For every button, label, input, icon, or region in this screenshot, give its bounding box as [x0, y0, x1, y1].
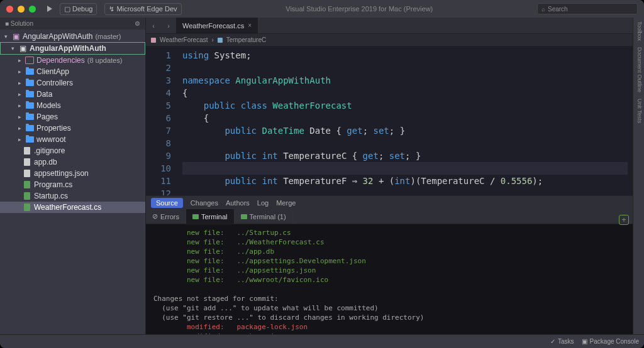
line-gutter: 123456789101112 — [146, 46, 177, 195]
folder-node[interactable]: ▸Properties — [0, 122, 145, 134]
folder-node[interactable]: ▸ClientApp — [0, 66, 145, 77]
panel-tabs: ⊘ ErrorsTerminalTerminal (1) — [146, 209, 633, 224]
source-tab-authors[interactable]: Authors — [226, 199, 250, 207]
close-icon[interactable] — [6, 6, 13, 13]
status-bar: ✓ Tasks ▣ Package Console — [0, 334, 644, 348]
tab-next[interactable]: › — [161, 18, 176, 33]
run-button[interactable] — [47, 6, 52, 12]
editor-tabs: ‹ › WeatherForecast.cs× — [146, 18, 633, 34]
property-icon — [218, 38, 223, 43]
tab-weatherforecast[interactable]: WeatherForecast.cs× — [176, 18, 258, 33]
dependencies-node[interactable]: ▸ Dependencies (8 updates) — [0, 55, 145, 66]
rail-tab[interactable]: Document Outline — [635, 47, 643, 92]
source-tab-changes[interactable]: Changes — [191, 199, 218, 207]
folder-node[interactable]: ▸wwwroot — [0, 134, 145, 145]
source-tab-source[interactable]: Source — [151, 198, 183, 208]
close-icon[interactable]: × — [248, 22, 252, 29]
config-debug[interactable]: ▢ Debug — [60, 3, 97, 15]
minimize-icon[interactable] — [18, 6, 25, 13]
breadcrumb[interactable]: WeatherForecast › TemperatureC — [146, 34, 633, 46]
folder-node[interactable]: ▸Models — [0, 100, 145, 111]
panel-tab[interactable]: ⊘ Errors — [146, 209, 186, 224]
search-input[interactable]: ⌕Search — [537, 3, 638, 14]
solution-explorer: ■ Solution ⚙ ▾▣ AngularAppWithAuth (mast… — [0, 18, 146, 334]
class-icon — [151, 38, 156, 43]
config-browser[interactable]: ↯ Microsoft Edge Dev — [104, 3, 181, 15]
rail-tab[interactable]: Toolbox — [635, 21, 643, 41]
file-node[interactable]: app.db — [0, 156, 145, 168]
add-terminal-button[interactable]: + — [619, 215, 629, 225]
source-tab-merge[interactable]: Merge — [276, 199, 296, 207]
solution-node[interactable]: ▾▣ AngularAppWithAuth (master) — [0, 31, 145, 42]
body: ■ Solution ⚙ ▾▣ AngularAppWithAuth (mast… — [0, 18, 644, 334]
source-control-tabs: SourceChangesAuthorsLogMerge — [146, 195, 633, 209]
right-rail: ToolboxDocument OutlineUnit Tests — [633, 18, 644, 334]
solution-header: ■ Solution ⚙ — [0, 18, 145, 30]
main-area: ‹ › WeatherForecast.cs× WeatherForecast … — [146, 18, 633, 334]
code-content[interactable]: using System; namespace AngularAppWithAu… — [177, 46, 633, 195]
panel-tab[interactable]: Terminal (1) — [235, 209, 293, 224]
file-node[interactable]: Program.cs — [0, 179, 145, 190]
file-node[interactable]: .gitignore — [0, 145, 145, 156]
folder-node[interactable]: ▸Pages — [0, 111, 145, 122]
code-editor[interactable]: 123456789101112 using System; namespace … — [146, 46, 633, 195]
folder-node[interactable]: ▸Controllers — [0, 77, 145, 89]
gear-icon[interactable]: ⚙ — [135, 20, 140, 27]
terminal[interactable]: new file: ../Startup.cs new file: ../Wea… — [146, 224, 633, 334]
package-console-button[interactable]: ▣ Package Console — [582, 338, 639, 345]
panel-tab[interactable]: Terminal — [186, 209, 235, 224]
tasks-button[interactable]: ✓ Tasks — [550, 338, 574, 345]
search-icon: ⌕ — [541, 6, 545, 13]
folder-node[interactable]: ▸Data — [0, 89, 145, 100]
maximize-icon[interactable] — [29, 6, 36, 13]
titlebar: ▢ Debug ↯ Microsoft Edge Dev Visual Stud… — [0, 0, 644, 18]
project-node[interactable]: ▾▣ AngularAppWithAuth — [0, 42, 145, 55]
app-window: ▢ Debug ↯ Microsoft Edge Dev Visual Stud… — [0, 0, 644, 348]
app-title: Visual Studio Enterprise 2019 for Mac (P… — [187, 5, 532, 13]
source-tab-log[interactable]: Log — [257, 199, 269, 207]
rail-tab[interactable]: Unit Tests — [635, 99, 643, 123]
tab-prev[interactable]: ‹ — [146, 18, 161, 33]
file-node[interactable]: appsettings.json — [0, 168, 145, 179]
file-node[interactable]: WeatherForecast.cs — [0, 202, 145, 213]
file-node[interactable]: Startup.cs — [0, 190, 145, 202]
solution-tree: ▾▣ AngularAppWithAuth (master) ▾▣ Angula… — [0, 30, 145, 334]
window-controls — [6, 6, 36, 13]
